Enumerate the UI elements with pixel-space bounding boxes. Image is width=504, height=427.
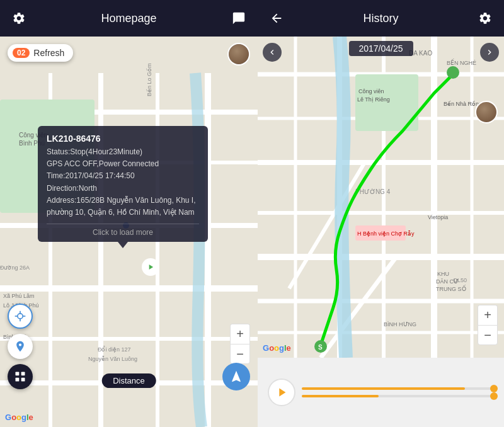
svg-text:S: S [318,344,323,351]
svg-text:TRUNG SỐ: TRUNG SỐ [436,285,466,292]
play-button[interactable] [268,379,295,406]
left-header-title: Homepage [101,12,156,25]
svg-text:Công viên: Công viên [358,88,384,94]
direction-line: Direction:North [47,183,199,195]
svg-text:Bến Lo Gốm: Bến Lo Gốm [146,63,152,96]
prev-date-btn[interactable] [263,43,282,62]
next-date-btn[interactable] [480,43,499,62]
refresh-button[interactable]: 02 Refresh [8,44,73,62]
svg-text:PHƯỜNG 4: PHƯỜNG 4 [355,188,391,195]
svg-point-22 [18,314,23,319]
right-header-title: History [363,12,398,25]
right-map[interactable]: Công viên Lê Thị Riêng PHƯỜNG 4 Vietopia… [258,37,504,358]
load-more-link[interactable]: Click to load more [47,224,199,237]
left-bottom-controls [8,304,33,389]
google-logo-left: Google [5,413,33,422]
avatar-image-left [229,44,249,64]
back-icon[interactable] [268,9,285,27]
progress-track[interactable] [302,387,494,390]
svg-text:Nguyễn Văn Luông: Nguyễn Văn Luông [88,356,137,362]
svg-text:QL50: QL50 [453,277,467,283]
svg-point-63 [447,66,459,79]
refresh-badge: 02 [13,48,30,58]
status-line: Status:Stop(4Hour23Minute) [47,146,199,158]
time-line: Time:2017/04/25 17:44:50 [47,170,199,182]
gps-line: GPS ACC OFF,Power Connected [47,158,199,170]
progress-slider-row [302,387,494,390]
distance-badge[interactable]: Distance [101,373,156,388]
svg-text:Lê Thị Riêng: Lê Thị Riêng [357,96,390,103]
playback-row [268,379,494,406]
svg-text:Vietopia: Vietopia [428,214,448,220]
message-icon-left[interactable] [230,9,248,27]
left-panel: Homepage Công viên Bì [0,0,258,427]
info-popup: LK210-86476 Status:Stop(4Hour23Minute) G… [38,126,208,242]
svg-rect-30 [21,378,25,382]
svg-rect-28 [21,372,25,376]
right-header: History [258,0,504,37]
settings-icon-right[interactable] [476,9,494,27]
left-header: Homepage [0,0,258,37]
svg-text:KHU: KHU [437,271,449,277]
zoom-out-right[interactable]: − [478,325,498,345]
grid-btn[interactable] [8,364,33,389]
navigation-arrow[interactable] [222,363,250,390]
address-line: Address:165/28B Nguyễn Văn Luông, Khu I,… [47,195,199,219]
settings-icon-left[interactable] [10,9,28,27]
speed-slider-row [302,395,494,397]
speed-track[interactable] [302,395,494,397]
sliders-container [302,387,494,397]
zoom-controls-right: + − [478,305,498,345]
svg-text:BÌNH HƯNG: BÌNH HƯNG [384,321,416,327]
route-btn[interactable] [8,334,33,359]
location-btn[interactable] [8,304,33,329]
right-panel: History [258,0,504,427]
svg-rect-29 [16,378,20,382]
svg-text:H Bệnh viện Chợ Rẫy: H Bệnh viện Chợ Rẫy [357,231,415,237]
device-id: LK210-86476 [47,134,199,144]
zoom-in-right[interactable]: + [478,305,498,325]
play-marker[interactable] [142,258,159,276]
progress-fill [302,387,465,390]
svg-text:Đường 26A: Đường 26A [0,265,30,271]
speed-thumb[interactable] [490,392,498,400]
avatar-right[interactable] [475,101,498,123]
progress-thumb[interactable] [490,385,498,392]
svg-rect-27 [16,372,20,376]
google-logo-right: Google [263,343,291,353]
avatar-left[interactable] [227,43,250,65]
zoom-out-left[interactable]: − [230,344,250,364]
svg-text:BẾN NGHÉ: BẾN NGHÉ [447,59,476,66]
svg-text:Xã Phú Lâm: Xã Phú Lâm [3,293,35,299]
popup-arrow [118,242,128,248]
refresh-label: Refresh [33,48,64,58]
speed-fill [302,395,379,397]
zoom-controls-left: + − [230,324,250,364]
zoom-in-left[interactable]: + [230,324,250,344]
playback-controls [258,358,504,427]
svg-text:Đổi diện 127: Đổi diện 127 [98,346,131,353]
date-overlay: 2017/04/25 [348,41,413,56]
